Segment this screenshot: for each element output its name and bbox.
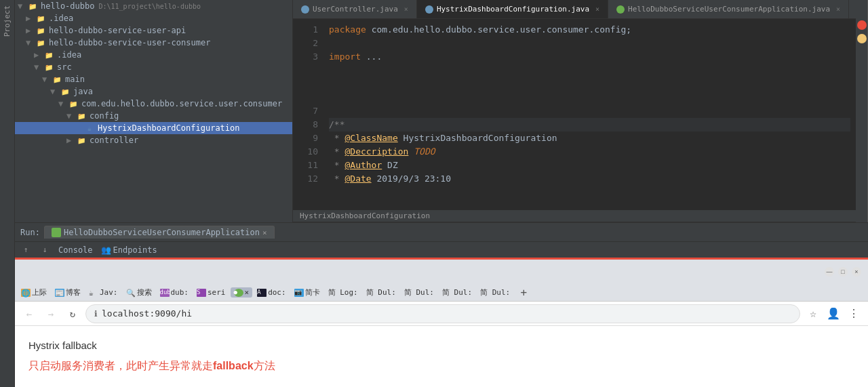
sidebar-item-pkg[interactable]: ▼ 📁 com.edu.hello.dubbo.service.user.con…	[15, 98, 292, 110]
folder-icon: 📁	[27, 1, 38, 11]
bookmark-active-tab[interactable]: ● ×	[231, 287, 253, 298]
sidebar-item-label: HystrixDashboardConfiguration	[98, 123, 240, 133]
expand-arrow: ▼	[58, 99, 68, 108]
ide-left-panel: Project	[0, 0, 15, 387]
menu-button[interactable]: ⋮	[845, 305, 863, 323]
java-icon	[301, 5, 309, 14]
tab-label: UserController.java	[313, 5, 398, 14]
run-label: Run:	[20, 228, 40, 237]
endpoints-icon: 👥	[101, 245, 111, 255]
sidebar-item-idea2[interactable]: ▶ 📁 .idea	[15, 49, 292, 61]
back-button[interactable]: ←	[20, 305, 38, 323]
run-app-label: HelloDubboServiceUserConsumerApplication	[64, 228, 260, 237]
code-line-9: * @ClassName HystrixDashboardConfigurati…	[329, 131, 850, 145]
code-editor-area: UserController.java × HystrixDashboardCo…	[293, 0, 856, 222]
expand-arrow: ▶	[26, 26, 35, 35]
expand-arrow: ▼	[26, 38, 35, 47]
sidebar-item-hystrix-config[interactable]: ☕ HystrixDashboardConfiguration	[15, 122, 292, 134]
editor-tab-app[interactable]: HelloDubboServiceUserConsumerApplication…	[608, 0, 849, 18]
run-tab[interactable]: HelloDubboServiceUserConsumerApplication…	[44, 226, 275, 239]
bookmark-icon: ☕	[89, 289, 98, 297]
bookmark-dul3[interactable]: 简 Dul:	[439, 287, 475, 298]
sidebar-item-label: java	[73, 87, 93, 96]
url-bar[interactable]: ℹ localhost:9090/hi	[85, 304, 800, 323]
app-icon	[52, 228, 61, 237]
close-icon[interactable]: ×	[404, 5, 408, 13]
bookmark-label: 博客	[66, 287, 81, 298]
bookmark-jav[interactable]: ☕ Jav:	[85, 287, 121, 298]
new-tab-button[interactable]: +	[515, 285, 532, 301]
bookmark-label: 简 Dul:	[366, 287, 396, 298]
code-line	[329, 91, 850, 104]
editor-tab-hystrix[interactable]: HystrixDashboardConfiguration.java ×	[417, 0, 608, 18]
code-line	[329, 64, 850, 77]
hystrix-fallback-text: Hystrix fallback	[28, 340, 854, 351]
code-line-12: * @Date 2019/9/3 23:10	[329, 172, 850, 186]
bookmark-label: 简卡	[305, 287, 320, 298]
console-label: Console	[58, 245, 93, 255]
bookmark-博客[interactable]: 📰 博客	[52, 287, 84, 298]
bookmark-dul2[interactable]: 简 Dul:	[401, 287, 437, 298]
bookmark-doc[interactable]: A doc:	[254, 287, 290, 298]
expand-arrow: ▼	[66, 111, 76, 121]
sidebar-item-hello-dubbo[interactable]: ▼ 📁 hello-dubbo D:\11_project\hello-dubb…	[15, 0, 292, 12]
console-tab[interactable]: Console	[58, 245, 93, 255]
sidebar-item-idea[interactable]: ▶ 📁 .idea	[15, 12, 292, 24]
sidebar-item-consumer[interactable]: ▼ 📁 hello-dubbo-service-user-consumer	[15, 37, 292, 49]
bookmark-上际[interactable]: 🌐 上际	[18, 287, 50, 298]
project-tab[interactable]: Project	[1, 0, 14, 42]
user-account-button[interactable]: 👤	[825, 305, 842, 323]
bookmark-dul4[interactable]: 简 Dul:	[477, 287, 513, 298]
bookmark-label: 简 Log:	[328, 287, 358, 298]
sidebar-item-main[interactable]: ▼ 📁 main	[15, 73, 292, 85]
sidebar-item-api[interactable]: ▶ 📁 hello-dubbo-service-user-api	[15, 24, 292, 37]
annotation-suffix: 方法	[254, 360, 275, 371]
folder-icon: 📁	[76, 136, 87, 145]
bookmark-star[interactable]: ☆	[804, 305, 822, 323]
bookmark-seri[interactable]: S seri	[193, 287, 229, 298]
minimize-button[interactable]: —	[825, 267, 834, 277]
bookmark-icon: 📷	[294, 289, 304, 297]
expand-arrow: ▼	[18, 1, 27, 11]
sidebar-item-config[interactable]: ▼ 📁 config	[15, 110, 292, 122]
bookmark-jiancard[interactable]: 📷 简卡	[291, 287, 323, 298]
close-window-button[interactable]: ×	[852, 267, 861, 277]
editor-tab-usercontroller[interactable]: UserController.java ×	[293, 0, 417, 18]
scroll-down-btn[interactable]: ↓	[39, 245, 50, 256]
sidebar-item-src[interactable]: ▼ 📁 src	[15, 61, 292, 73]
tab-label: HelloDubboServiceUserConsumerApplication…	[628, 5, 830, 14]
close-icon[interactable]: ×	[836, 5, 840, 13]
stop-button[interactable]	[857, 20, 867, 30]
folder-icon: 📁	[35, 14, 46, 23]
bookmark-label: 上际	[32, 287, 47, 298]
endpoints-tab[interactable]: 👥 Endpoints	[101, 245, 157, 255]
reload-button[interactable]: ↻	[64, 305, 81, 323]
sidebar-item-label: config	[90, 111, 119, 121]
bookmark-dul1[interactable]: 简 Dul:	[363, 287, 399, 298]
browser-toolbar: ← → ↻ ℹ localhost:9090/hi ☆ 👤 ⋮	[15, 302, 868, 326]
bookmark-search[interactable]: 🔍 搜索	[123, 287, 155, 298]
code-line: package com.edu.hello.dubbo.service.user…	[329, 23, 850, 37]
bookmark-label: Jav:	[100, 288, 118, 297]
forward-button[interactable]: →	[42, 305, 60, 323]
bookmark-dub[interactable]: dub dub:	[157, 287, 193, 298]
bookmark-icon: 🔍	[126, 289, 136, 297]
bookmark-label: 搜索	[137, 287, 152, 298]
maximize-button[interactable]: □	[838, 267, 848, 277]
bookmark-log[interactable]: 简 Log:	[325, 287, 361, 298]
close-icon[interactable]: ×	[262, 228, 267, 237]
expand-arrow: ▶	[66, 136, 76, 145]
bookmark-label: doc:	[268, 288, 286, 297]
pause-button[interactable]	[857, 34, 867, 43]
sidebar-item-java[interactable]: ▼ 📁 java	[15, 85, 292, 98]
close-icon[interactable]: ×	[595, 5, 599, 13]
console-bar: ↑ ↓ Console 👥 Endpoints	[15, 241, 868, 258]
browser-container: — □ × 🌐 上际 📰 博客 ☕ Jav:	[15, 258, 868, 387]
bookmark-close[interactable]: ×	[245, 288, 250, 297]
project-sidebar: ▼ 📁 hello-dubbo D:\11_project\hello-dubb…	[15, 0, 293, 222]
scroll-up-btn[interactable]: ↑	[20, 245, 31, 256]
sidebar-item-controller[interactable]: ▶ 📁 controller	[15, 134, 292, 146]
code-line	[329, 77, 850, 91]
bookmark-icon: S	[197, 289, 206, 297]
folder-icon: 📁	[52, 75, 62, 84]
